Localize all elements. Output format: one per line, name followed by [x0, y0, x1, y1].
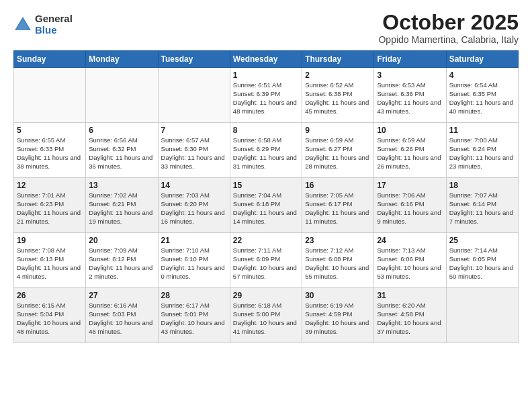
- day-number: 3: [377, 71, 443, 80]
- day-info: Sunrise: 7:14 AM Sunset: 6:05 PM Dayligh…: [449, 246, 515, 281]
- header-cell-tuesday: Tuesday: [158, 51, 230, 68]
- calendar-header: SundayMondayTuesdayWednesdayThursdayFrid…: [14, 51, 519, 68]
- day-cell: 3Sunrise: 6:53 AM Sunset: 6:36 PM Daylig…: [374, 68, 446, 123]
- week-row-3: 12Sunrise: 7:01 AM Sunset: 6:23 PM Dayli…: [14, 178, 519, 233]
- day-info: Sunrise: 7:12 AM Sunset: 6:08 PM Dayligh…: [305, 246, 371, 281]
- day-number: 12: [17, 181, 83, 190]
- day-number: 11: [449, 126, 515, 135]
- day-cell: 19Sunrise: 7:08 AM Sunset: 6:13 PM Dayli…: [14, 233, 86, 288]
- day-number: 23: [305, 236, 371, 245]
- day-cell: 24Sunrise: 7:13 AM Sunset: 6:06 PM Dayli…: [374, 233, 446, 288]
- day-cell: 26Sunrise: 6:15 AM Sunset: 5:04 PM Dayli…: [14, 288, 86, 343]
- logo-icon: [13, 15, 32, 34]
- day-cell: 10Sunrise: 6:59 AM Sunset: 6:26 PM Dayli…: [374, 123, 446, 178]
- day-cell: 14Sunrise: 7:03 AM Sunset: 6:20 PM Dayli…: [158, 178, 230, 233]
- day-number: 8: [233, 126, 299, 135]
- day-info: Sunrise: 7:01 AM Sunset: 6:23 PM Dayligh…: [17, 191, 83, 226]
- day-cell: 17Sunrise: 7:06 AM Sunset: 6:16 PM Dayli…: [374, 178, 446, 233]
- header-cell-friday: Friday: [374, 51, 446, 68]
- day-number: 20: [89, 236, 154, 245]
- day-number: 19: [17, 236, 83, 245]
- day-info: Sunrise: 7:06 AM Sunset: 6:16 PM Dayligh…: [377, 191, 443, 226]
- header-cell-monday: Monday: [86, 51, 158, 68]
- day-info: Sunrise: 6:53 AM Sunset: 6:36 PM Dayligh…: [377, 81, 443, 116]
- day-number: 6: [89, 126, 154, 135]
- day-info: Sunrise: 6:56 AM Sunset: 6:32 PM Dayligh…: [89, 136, 154, 171]
- header-cell-thursday: Thursday: [302, 51, 374, 68]
- logo: General Blue: [13, 13, 73, 36]
- day-cell: [86, 68, 158, 123]
- day-number: 25: [449, 236, 515, 245]
- day-info: Sunrise: 6:20 AM Sunset: 4:58 PM Dayligh…: [377, 302, 443, 336]
- day-info: Sunrise: 6:15 AM Sunset: 5:04 PM Dayligh…: [17, 302, 83, 336]
- calendar-body: 1Sunrise: 6:51 AM Sunset: 6:39 PM Daylig…: [14, 68, 519, 343]
- logo-text: General Blue: [35, 13, 73, 36]
- day-info: Sunrise: 6:54 AM Sunset: 6:35 PM Dayligh…: [449, 81, 515, 116]
- day-cell: 23Sunrise: 7:12 AM Sunset: 6:08 PM Dayli…: [302, 233, 374, 288]
- day-info: Sunrise: 7:09 AM Sunset: 6:12 PM Dayligh…: [89, 246, 154, 281]
- day-info: Sunrise: 6:55 AM Sunset: 6:33 PM Dayligh…: [17, 136, 83, 171]
- day-cell: 9Sunrise: 6:59 AM Sunset: 6:27 PM Daylig…: [302, 123, 374, 178]
- month-title: October 2025: [378, 11, 519, 34]
- day-cell: 21Sunrise: 7:10 AM Sunset: 6:10 PM Dayli…: [158, 233, 230, 288]
- day-cell: 7Sunrise: 6:57 AM Sunset: 6:30 PM Daylig…: [158, 123, 230, 178]
- day-info: Sunrise: 6:59 AM Sunset: 6:26 PM Dayligh…: [377, 136, 443, 171]
- day-cell: 18Sunrise: 7:07 AM Sunset: 6:14 PM Dayli…: [446, 178, 518, 233]
- day-cell: [158, 68, 230, 123]
- day-info: Sunrise: 7:08 AM Sunset: 6:13 PM Dayligh…: [17, 246, 83, 281]
- day-info: Sunrise: 7:05 AM Sunset: 6:17 PM Dayligh…: [305, 191, 371, 226]
- day-info: Sunrise: 7:00 AM Sunset: 6:24 PM Dayligh…: [449, 136, 515, 171]
- week-row-4: 19Sunrise: 7:08 AM Sunset: 6:13 PM Dayli…: [14, 233, 519, 288]
- day-cell: 22Sunrise: 7:11 AM Sunset: 6:09 PM Dayli…: [230, 233, 302, 288]
- day-cell: 6Sunrise: 6:56 AM Sunset: 6:32 PM Daylig…: [86, 123, 158, 178]
- week-row-1: 1Sunrise: 6:51 AM Sunset: 6:39 PM Daylig…: [14, 68, 519, 123]
- day-cell: 1Sunrise: 6:51 AM Sunset: 6:39 PM Daylig…: [230, 68, 302, 123]
- day-number: 21: [161, 236, 227, 245]
- day-number: 2: [305, 71, 371, 80]
- day-number: 4: [449, 71, 515, 80]
- header-cell-saturday: Saturday: [446, 51, 518, 68]
- day-cell: [14, 68, 86, 123]
- day-cell: 5Sunrise: 6:55 AM Sunset: 6:33 PM Daylig…: [14, 123, 86, 178]
- header-row: SundayMondayTuesdayWednesdayThursdayFrid…: [14, 51, 519, 68]
- day-cell: 28Sunrise: 6:17 AM Sunset: 5:01 PM Dayli…: [158, 288, 230, 343]
- day-cell: 16Sunrise: 7:05 AM Sunset: 6:17 PM Dayli…: [302, 178, 374, 233]
- day-cell: 27Sunrise: 6:16 AM Sunset: 5:03 PM Dayli…: [86, 288, 158, 343]
- day-number: 10: [377, 126, 443, 135]
- day-number: 7: [161, 126, 227, 135]
- day-cell: 20Sunrise: 7:09 AM Sunset: 6:12 PM Dayli…: [86, 233, 158, 288]
- day-number: 26: [17, 291, 83, 300]
- day-number: 15: [233, 181, 299, 190]
- day-number: 13: [89, 181, 154, 190]
- day-cell: 8Sunrise: 6:58 AM Sunset: 6:29 PM Daylig…: [230, 123, 302, 178]
- day-number: 31: [377, 291, 443, 300]
- day-cell: 30Sunrise: 6:19 AM Sunset: 4:59 PM Dayli…: [302, 288, 374, 343]
- header-cell-sunday: Sunday: [14, 51, 86, 68]
- calendar-table: SundayMondayTuesdayWednesdayThursdayFrid…: [13, 50, 519, 343]
- day-info: Sunrise: 7:04 AM Sunset: 6:18 PM Dayligh…: [233, 191, 299, 226]
- day-info: Sunrise: 6:16 AM Sunset: 5:03 PM Dayligh…: [89, 302, 154, 336]
- day-number: 16: [305, 181, 371, 190]
- day-info: Sunrise: 6:57 AM Sunset: 6:30 PM Dayligh…: [161, 136, 227, 171]
- day-cell: 12Sunrise: 7:01 AM Sunset: 6:23 PM Dayli…: [14, 178, 86, 233]
- day-number: 24: [377, 236, 443, 245]
- day-info: Sunrise: 6:17 AM Sunset: 5:01 PM Dayligh…: [161, 302, 227, 336]
- logo-general-text: General: [35, 13, 73, 25]
- day-cell: 25Sunrise: 7:14 AM Sunset: 6:05 PM Dayli…: [446, 233, 518, 288]
- day-number: 17: [377, 181, 443, 190]
- day-cell: 11Sunrise: 7:00 AM Sunset: 6:24 PM Dayli…: [446, 123, 518, 178]
- day-info: Sunrise: 6:52 AM Sunset: 6:38 PM Dayligh…: [305, 81, 371, 116]
- week-row-5: 26Sunrise: 6:15 AM Sunset: 5:04 PM Dayli…: [14, 288, 519, 343]
- logo-blue-text: Blue: [35, 25, 73, 36]
- day-number: 14: [161, 181, 227, 190]
- day-number: 22: [233, 236, 299, 245]
- day-info: Sunrise: 7:07 AM Sunset: 6:14 PM Dayligh…: [449, 191, 515, 226]
- day-number: 1: [233, 71, 299, 80]
- header: General Blue October 2025 Oppido Mamerti…: [13, 11, 519, 45]
- day-info: Sunrise: 6:51 AM Sunset: 6:39 PM Dayligh…: [233, 81, 299, 116]
- day-info: Sunrise: 6:58 AM Sunset: 6:29 PM Dayligh…: [233, 136, 299, 171]
- day-cell: 13Sunrise: 7:02 AM Sunset: 6:21 PM Dayli…: [86, 178, 158, 233]
- day-number: 30: [305, 291, 371, 300]
- day-number: 9: [305, 126, 371, 135]
- day-info: Sunrise: 7:10 AM Sunset: 6:10 PM Dayligh…: [161, 246, 227, 281]
